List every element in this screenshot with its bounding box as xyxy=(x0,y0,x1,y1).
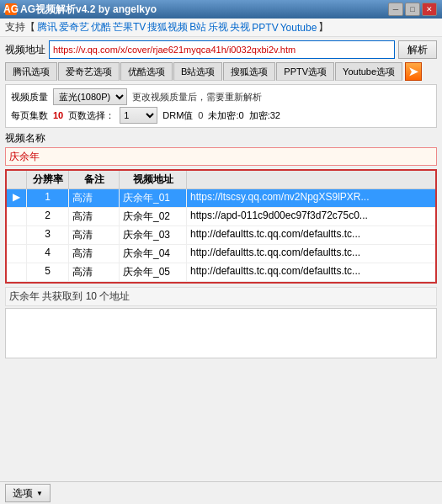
th-note: 备注 xyxy=(69,171,120,188)
tab-arrow-button[interactable]: ➤ xyxy=(405,62,422,81)
tab-sohu[interactable]: 搜狐选项 xyxy=(223,62,275,81)
log-area[interactable] xyxy=(5,308,437,358)
th-selector xyxy=(7,171,27,188)
page-select-label: 页数选择： xyxy=(68,109,114,122)
row-num-3: 3 xyxy=(27,226,69,244)
table-row[interactable]: ▶ 1 高清 庆余年_01 https://ltscsy.qq.com/nv2N… xyxy=(7,189,435,208)
status-bar: 庆余年 共获取到 10 个地址 xyxy=(5,287,437,306)
row-note-3: 庆余年_03 xyxy=(120,226,187,244)
row-arrow-4 xyxy=(7,245,27,263)
support-link-9[interactable]: Youtube xyxy=(280,22,317,34)
url-row: 视频地址 解析 xyxy=(5,40,437,59)
video-name-section: 视频名称 xyxy=(5,131,437,166)
page-select[interactable]: 1 2 3 4 5 xyxy=(120,107,157,124)
title-bar-controls: ─ □ ✕ xyxy=(388,3,437,16)
video-name-label: 视频名称 xyxy=(5,131,437,146)
table-row[interactable]: 5 高清 庆余年_05 http://defaultts.tc.qq.com/d… xyxy=(7,263,435,282)
tab-bilibili[interactable]: B站选项 xyxy=(173,62,222,81)
th-scrollbar xyxy=(187,171,435,188)
maximize-button[interactable]: □ xyxy=(405,3,420,16)
parse-button[interactable]: 解析 xyxy=(398,40,437,59)
title-bar-left: AG AG视频解析v4.2 by angelkyo xyxy=(5,3,157,17)
support-link-3[interactable]: 芒果TV xyxy=(113,20,146,34)
th-url: 视频地址 xyxy=(120,171,187,188)
row-url-3: http://defaultts.tc.qq.com/defaultts.tc.… xyxy=(187,226,435,244)
table-section: 分辨率 备注 视频地址 ▶ 1 高清 庆余年_01 https://ltscsy… xyxy=(5,169,437,284)
support-bar: 支持【 腾讯 爱奇艺 优酷 芒果TV 搜狐视频 B站 乐视 央视 PPTV Yo… xyxy=(0,19,442,37)
row-arrow-2 xyxy=(7,208,27,225)
quality-note: 更改视频质量后，需要重新解析 xyxy=(132,91,262,103)
row-note-4: 庆余年_04 xyxy=(120,245,187,263)
row-url-2: https://apd-011c9d00ec97f3d72c75c0... xyxy=(187,208,435,225)
options-panel: 视频质量 标清 高清 超清 蓝光(1080P) 蓝光(4K) 更改视频质量后，需… xyxy=(5,84,437,128)
support-link-2[interactable]: 优酷 xyxy=(91,20,111,34)
row-url-5: http://defaultts.tc.qq.com/defaultts.tc.… xyxy=(187,263,435,281)
row-url-4: http://defaultts.tc.qq.com/defaultts.tc.… xyxy=(187,245,435,263)
support-link-7[interactable]: 央视 xyxy=(230,20,250,34)
drm-value: 0 xyxy=(198,110,203,120)
drm-label: DRM值 xyxy=(162,109,193,122)
table-body: ▶ 1 高清 庆余年_01 https://ltscsy.qq.com/nv2N… xyxy=(7,189,435,282)
table-row[interactable]: 4 高清 庆余年_04 http://defaultts.tc.qq.com/d… xyxy=(7,245,435,263)
support-link-6[interactable]: 乐视 xyxy=(208,20,228,34)
tab-youku[interactable]: 优酷选项 xyxy=(120,62,173,81)
row-note-1: 庆余年_01 xyxy=(120,189,187,207)
quality-select[interactable]: 标清 高清 超清 蓝光(1080P) 蓝光(4K) xyxy=(53,88,127,105)
row-resolution-5: 高清 xyxy=(69,263,120,281)
tab-youtube[interactable]: Youtube选项 xyxy=(335,62,402,81)
tab-pptv[interactable]: PPTV选项 xyxy=(276,62,334,81)
support-link-5[interactable]: B站 xyxy=(189,20,206,34)
table-header: 分辨率 备注 视频地址 xyxy=(7,171,435,189)
row-arrow-3 xyxy=(7,226,27,244)
unenc-label: 未加密:0 xyxy=(208,109,243,122)
title-bar: AG AG视频解析v4.2 by angelkyo ─ □ ✕ xyxy=(0,0,442,19)
minimize-button[interactable]: ─ xyxy=(388,3,403,16)
row-note-5: 庆余年_05 xyxy=(120,263,187,281)
options-dropdown-button[interactable]: 选项 ▼ xyxy=(5,484,51,502)
page-count-label: 每页集数 xyxy=(11,109,48,122)
row-url-1: https://ltscsy.qq.com/nv2NpgXS9lPXR... xyxy=(187,189,435,207)
quality-label: 视频质量 xyxy=(11,91,48,103)
row-num-4: 4 xyxy=(27,245,69,263)
row-num-2: 2 xyxy=(27,208,69,225)
options-label: 选项 xyxy=(13,486,33,501)
main-content: 视频地址 解析 腾讯选项 爱奇艺选项 优酷选项 B站选项 搜狐选项 PPTV选项… xyxy=(0,37,442,366)
row-arrow-1: ▶ xyxy=(7,189,27,207)
close-button[interactable]: ✕ xyxy=(422,3,437,16)
th-resolution: 分辨率 xyxy=(27,171,69,188)
app-icon: AG xyxy=(5,3,17,15)
url-input[interactable] xyxy=(49,40,395,59)
support-link-0[interactable]: 腾讯 xyxy=(37,20,57,34)
row-resolution-3: 高清 xyxy=(69,226,120,244)
row-arrow-5 xyxy=(7,263,27,281)
row-resolution-4: 高清 xyxy=(69,245,120,263)
support-link-8[interactable]: PPTV xyxy=(252,22,278,34)
video-name-input[interactable] xyxy=(5,147,437,166)
support-prefix: 支持【 xyxy=(5,20,35,34)
support-suffix: 】 xyxy=(318,20,328,34)
title-bar-title: AG视频解析v4.2 by angelkyo xyxy=(20,3,157,17)
enc-label: 加密:32 xyxy=(249,109,280,122)
status-text: 庆余年 共获取到 10 个地址 xyxy=(9,290,130,302)
page-count-value: 10 xyxy=(53,110,63,120)
quality-row: 视频质量 标清 高清 超清 蓝光(1080P) 蓝光(4K) 更改视频质量后，需… xyxy=(11,88,431,105)
support-link-1[interactable]: 爱奇艺 xyxy=(59,20,89,34)
chevron-down-icon: ▼ xyxy=(36,490,43,497)
row-num-5: 5 xyxy=(27,263,69,281)
bottom-bar: 选项 ▼ xyxy=(0,481,442,504)
table-row[interactable]: 3 高清 庆余年_03 http://defaultts.tc.qq.com/d… xyxy=(7,226,435,245)
row-num-1: 1 xyxy=(27,189,69,207)
row-resolution-2: 高清 xyxy=(69,208,120,225)
page-row: 每页集数 10 页数选择： 1 2 3 4 5 DRM值 0 未加密:0 加密:… xyxy=(11,107,431,124)
support-link-4[interactable]: 搜狐视频 xyxy=(147,20,188,34)
table-row[interactable]: 2 高清 庆余年_02 https://apd-011c9d00ec97f3d7… xyxy=(7,208,435,226)
url-label: 视频地址 xyxy=(5,43,45,57)
tab-iqiyi[interactable]: 爱奇艺选项 xyxy=(58,62,120,81)
tabs-row: 腾讯选项 爱奇艺选项 优酷选项 B站选项 搜狐选项 PPTV选项 Youtube… xyxy=(5,62,437,81)
row-note-2: 庆余年_02 xyxy=(120,208,187,225)
row-resolution-1: 高清 xyxy=(69,189,120,207)
tab-tencent[interactable]: 腾讯选项 xyxy=(5,62,57,81)
